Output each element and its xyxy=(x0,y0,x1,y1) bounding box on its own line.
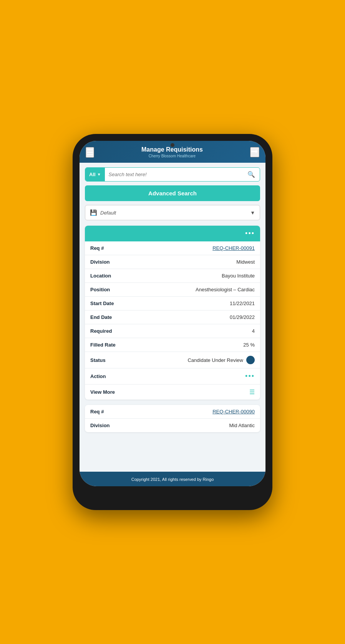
action-options-button[interactable]: ••• xyxy=(245,372,255,380)
action-row: Action ••• xyxy=(85,368,260,385)
save-icon: 💾 xyxy=(90,209,97,216)
card-options-button[interactable]: ••• xyxy=(245,230,255,238)
end-date-value: 01/29/2022 xyxy=(230,314,255,320)
location-value: Bayou Institute xyxy=(222,273,255,279)
header-title-block: Manage Requisitions Cherry Blossom Healt… xyxy=(141,146,203,158)
requisition-card-1: ••• Req # REQ-CHER-00091 Division Midwes… xyxy=(85,226,260,400)
req-label: Req # xyxy=(90,245,104,251)
req-value-2[interactable]: REQ-CHER-00090 xyxy=(212,409,255,414)
search-submit-button[interactable]: 🔍 xyxy=(243,168,260,181)
filled-rate-label: Filled Rate xyxy=(90,342,116,348)
division-value-2: Mid Atlantic xyxy=(229,423,255,428)
status-value: Candidate Under Review xyxy=(187,357,243,363)
logout-button[interactable]: ⮕ xyxy=(250,147,259,157)
view-more-row: View More ☰ xyxy=(85,385,260,400)
location-row: Location Bayou Institute xyxy=(85,269,260,283)
phone-frame: ☰ Manage Requisitions Cherry Blossom Hea… xyxy=(73,134,272,510)
position-row: Position Anesthesiologist – Cardiac xyxy=(85,283,260,297)
status-container: Candidate Under Review xyxy=(187,356,255,364)
main-content: All ▼ 🔍 Advanced Search 💾 Default ▼ xyxy=(80,163,265,472)
start-date-value: 11/22/2021 xyxy=(230,301,255,306)
req-value[interactable]: REQ-CHER-00091 xyxy=(212,245,255,251)
req-label-2: Req # xyxy=(90,409,104,414)
app-title: Manage Requisitions xyxy=(141,146,203,153)
footer-text: Copyright 2021, All rights reserved by R… xyxy=(131,477,214,482)
status-indicator xyxy=(246,356,255,364)
chevron-down-icon: ▼ xyxy=(97,172,101,177)
division-value: Midwest xyxy=(236,259,255,265)
search-all-label: All xyxy=(89,172,96,177)
dropdown-left: 💾 Default xyxy=(90,209,116,216)
start-date-row: Start Date 11/22/2021 xyxy=(85,297,260,310)
req-number-row: Req # REQ-CHER-00091 xyxy=(85,241,260,255)
view-more-label: View More xyxy=(90,389,115,395)
dropdown-label: Default xyxy=(100,210,116,216)
action-label: Action xyxy=(90,373,106,379)
app-subtitle: Cherry Blossom Healthcare xyxy=(141,154,203,158)
req-number-row-2: Req # REQ-CHER-00090 xyxy=(85,405,260,419)
app-footer: Copyright 2021, All rights reserved by R… xyxy=(80,472,265,486)
end-date-label: End Date xyxy=(90,314,112,320)
phone-camera xyxy=(171,143,174,147)
chevron-down-icon: ▼ xyxy=(250,210,255,216)
required-label: Required xyxy=(90,328,112,334)
division-label-2: Division xyxy=(90,423,110,428)
filled-rate-value: 25 % xyxy=(243,342,255,348)
card-header-1: ••• xyxy=(85,226,260,241)
location-label: Location xyxy=(90,273,111,279)
required-row: Required 4 xyxy=(85,324,260,338)
filled-rate-row: Filled Rate 25 % xyxy=(85,338,260,352)
list-icon[interactable]: ☰ xyxy=(249,388,255,396)
status-label: Status xyxy=(90,357,106,363)
search-input[interactable] xyxy=(105,168,243,181)
division-row: Division Midwest xyxy=(85,255,260,269)
position-value: Anesthesiologist – Cardiac xyxy=(196,287,255,292)
search-icon: 🔍 xyxy=(247,171,255,178)
position-label: Position xyxy=(90,287,110,292)
advanced-search-button[interactable]: Advanced Search xyxy=(85,185,260,201)
requisition-card-2: Req # REQ-CHER-00090 Division Mid Atlant… xyxy=(85,405,260,432)
search-filter-button[interactable]: All ▼ xyxy=(85,168,105,181)
default-dropdown[interactable]: 💾 Default ▼ xyxy=(85,205,260,220)
required-value: 4 xyxy=(252,328,255,334)
status-row: Status Candidate Under Review xyxy=(85,352,260,368)
search-bar: All ▼ 🔍 xyxy=(85,167,260,182)
phone-screen: ☰ Manage Requisitions Cherry Blossom Hea… xyxy=(80,141,265,486)
division-label: Division xyxy=(90,259,110,265)
division-row-2: Division Mid Atlantic xyxy=(85,419,260,432)
end-date-row: End Date 01/29/2022 xyxy=(85,310,260,324)
menu-button[interactable]: ☰ xyxy=(86,147,94,158)
start-date-label: Start Date xyxy=(90,301,114,306)
